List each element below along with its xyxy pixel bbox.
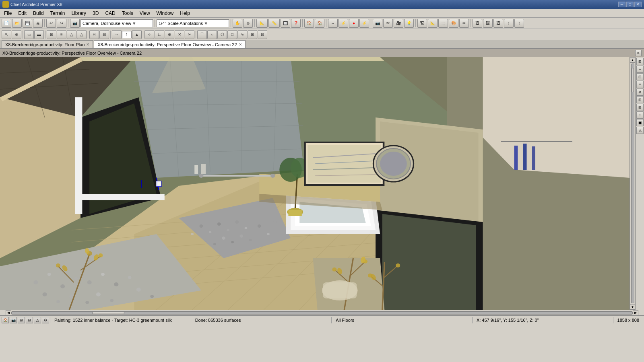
tool-f2[interactable]: 📐	[428, 19, 438, 28]
tool-e4[interactable]: 💡	[404, 19, 414, 28]
tool-g3[interactable]: 🖼	[493, 19, 503, 28]
viewport[interactable]	[0, 57, 630, 310]
vertical-scrollbar-thumb[interactable]	[632, 68, 634, 92]
new-button[interactable]: 📄	[2, 19, 11, 28]
tool-c2[interactable]: 🏠	[315, 19, 324, 28]
win-tool[interactable]: ⊟	[99, 30, 109, 39]
sidebar-tool-6[interactable]: ⊞	[636, 96, 644, 103]
sidebar-tool-4[interactable]: ≡	[636, 81, 644, 88]
snap-tool[interactable]: ⋄	[144, 30, 154, 39]
sidebar-tool-2[interactable]: ↔	[636, 66, 644, 73]
tool-f3[interactable]: ⬚	[438, 19, 448, 28]
tool-select2[interactable]: ⊕	[243, 19, 253, 28]
arc-tool[interactable]: ⌒	[197, 30, 207, 39]
sidebar-tool-10[interactable]: △	[636, 127, 644, 134]
snap3-tool[interactable]: ⊕	[165, 30, 174, 39]
scroll-down-btn[interactable]: ▼	[630, 304, 636, 310]
scroll-up-btn[interactable]: ▲	[630, 57, 636, 63]
status-icon-3[interactable]: ⊞	[18, 317, 25, 323]
door-tool[interactable]: ⌸	[89, 30, 99, 39]
tool-e1[interactable]: 📷	[373, 19, 382, 28]
vertical-scrollbar[interactable]: ▲ ▼	[630, 57, 635, 310]
menu-cad[interactable]: CAD	[102, 10, 118, 17]
sidebar-tool-7[interactable]: ⊟	[636, 104, 644, 111]
select2-tool[interactable]: ⊕	[12, 30, 21, 39]
tool-f4[interactable]: 🎨	[449, 19, 458, 28]
redo-button[interactable]: ↪	[57, 19, 66, 28]
menu-file[interactable]: File	[1, 10, 15, 17]
delete-tool[interactable]: ✕	[175, 30, 184, 39]
status-icon-1[interactable]: 🏠	[2, 317, 9, 323]
menu-view[interactable]: View	[136, 10, 153, 17]
number-input[interactable]	[122, 31, 132, 38]
tool-d4[interactable]: ⚡	[359, 19, 369, 28]
edit-tool[interactable]: ✂	[185, 30, 194, 39]
menu-help[interactable]: Help	[177, 10, 193, 17]
menu-build[interactable]: Build	[30, 10, 47, 17]
menu-terrain[interactable]: Terrain	[47, 10, 68, 17]
tool-e3[interactable]: 🎥	[394, 19, 403, 28]
view-close-btn[interactable]: ✕	[635, 50, 642, 56]
close-button[interactable]: ✕	[634, 2, 642, 7]
tab-floor-plan[interactable]: X8-Breckenridge-productivity: Floor Plan…	[2, 40, 93, 48]
tool-d3[interactable]: ●	[349, 19, 359, 28]
print-button[interactable]: 🖨	[33, 19, 43, 28]
tool-c1[interactable]: 🏠	[304, 19, 314, 28]
menu-edit[interactable]: Edit	[15, 10, 30, 17]
push-tool[interactable]: ⊞	[248, 30, 257, 39]
circle-tool[interactable]: ○	[207, 30, 217, 39]
maximize-button[interactable]: □	[626, 2, 634, 7]
undo-button[interactable]: ↩	[46, 19, 56, 28]
scroll-left-btn[interactable]: ◀	[6, 310, 11, 316]
open-button[interactable]: 📂	[12, 19, 22, 28]
camera-icon-btn[interactable]: 📷	[70, 19, 80, 28]
snap2-tool[interactable]: ∟	[155, 30, 164, 39]
sidebar-tool-5[interactable]: ⊕	[636, 88, 644, 96]
horizontal-scrollbar-thumb[interactable]	[92, 312, 124, 314]
pull-tool[interactable]: ⊟	[258, 30, 267, 39]
status-icon-2[interactable]: 📷	[10, 317, 17, 323]
menu-3d[interactable]: 3D	[89, 10, 102, 17]
stair-tool[interactable]: ≡	[57, 30, 66, 39]
save-button[interactable]: 💾	[23, 19, 32, 28]
measure-tool[interactable]: ⊞	[47, 30, 56, 39]
tool-f1[interactable]: 🏗	[417, 19, 427, 28]
poly-tool[interactable]: ⬡	[217, 30, 227, 39]
wall2-tool[interactable]: ▬	[34, 30, 44, 39]
sidebar-tool-9[interactable]: ▣	[636, 119, 644, 126]
status-icon-4[interactable]: ⊟	[26, 317, 33, 323]
minimize-button[interactable]: ─	[618, 2, 625, 7]
menu-tools[interactable]: Tools	[119, 10, 136, 17]
status-icon-5[interactable]: △	[34, 317, 41, 323]
scale-dropdown[interactable]: 1/4" Scale Annotations ▼	[157, 19, 229, 27]
tool-g5[interactable]: ↕	[514, 19, 524, 28]
wall-tool[interactable]: ▭	[24, 30, 34, 39]
tab-floor-plan-close[interactable]: ✕	[86, 42, 89, 47]
scroll-right-btn[interactable]: ▶	[633, 310, 638, 316]
tab-perspective-close[interactable]: ✕	[239, 42, 242, 47]
dim-up-btn[interactable]: ▲	[132, 30, 142, 39]
tool-e2[interactable]: 👁	[383, 19, 393, 28]
tool-b1[interactable]: 📐	[256, 19, 268, 28]
menu-library[interactable]: Library	[68, 10, 89, 17]
tool-f5[interactable]: ✏	[459, 19, 469, 28]
tool-hand[interactable]: ✋	[233, 19, 242, 28]
select-tool[interactable]: ↖	[2, 30, 11, 39]
roof-tool[interactable]: △	[67, 30, 76, 39]
tool-g4[interactable]: ↕	[504, 19, 514, 28]
sidebar-tool-1[interactable]: ⊞	[636, 58, 644, 65]
vertical-scrollbar-track[interactable]	[631, 64, 634, 303]
camera-view-dropdown[interactable]: Camera, Dollhouse View ▼	[80, 19, 153, 27]
wave-tool[interactable]: ∿	[237, 30, 247, 39]
menu-window[interactable]: Window	[153, 10, 177, 17]
horizontal-scrollbar-track[interactable]	[11, 311, 633, 315]
tool-b2[interactable]: 📏	[268, 19, 280, 28]
dim-tool[interactable]: ↔	[112, 30, 122, 39]
tool-g1[interactable]: 🖼	[473, 19, 482, 28]
tool-b4[interactable]: ❓	[291, 19, 301, 28]
status-icon-6[interactable]: ⚙	[42, 317, 49, 323]
tool-b3[interactable]: 🔲	[281, 19, 290, 28]
tool-d2[interactable]: ⚡	[339, 19, 348, 28]
sidebar-tool-8[interactable]: ↕	[636, 111, 644, 119]
tool-d1[interactable]: ↔	[328, 19, 338, 28]
